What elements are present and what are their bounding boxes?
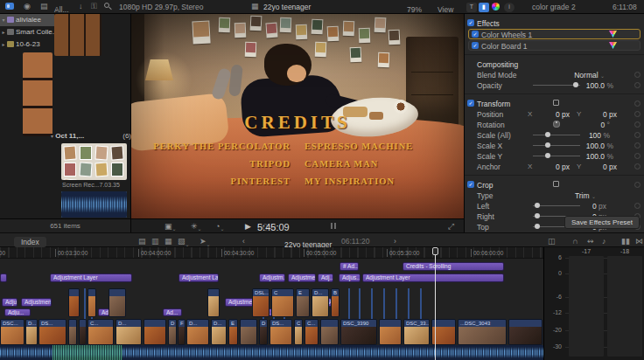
primary-storyline-clip[interactable]: C xyxy=(294,319,303,345)
timeline-clip-titled[interactable]: Adjustment Layer xyxy=(50,273,132,282)
audio-waveform-track[interactable] xyxy=(0,345,543,360)
transform-menu-button[interactable]: ▣ ⌄ xyxy=(164,222,172,231)
titles-generators-icon[interactable]: ▤ xyxy=(40,2,48,10)
sidebar-item-event[interactable]: ▸10-6-23 xyxy=(0,38,54,51)
primary-storyline-clip[interactable]: ...DSC_3043 xyxy=(458,319,507,345)
scale-y-slider[interactable] xyxy=(533,156,580,156)
connected-photo-clip[interactable]: E xyxy=(296,288,310,317)
append-edit-icon[interactable]: ▦ xyxy=(164,237,172,246)
color-wheels-checkbox[interactable]: ✓ xyxy=(472,31,479,38)
reset-icon[interactable] xyxy=(634,142,640,149)
crop-checkbox[interactable]: ✓ xyxy=(467,181,474,188)
connected-photo-clip[interactable] xyxy=(108,288,126,317)
snapping-icon[interactable]: ⋈ xyxy=(635,237,643,246)
reset-icon[interactable] xyxy=(634,82,640,88)
reset-icon[interactable] xyxy=(634,121,640,128)
primary-storyline-clip[interactable]: D... xyxy=(186,319,209,345)
connected-photo-clip[interactable] xyxy=(68,288,80,317)
browser-audio-thumbnail[interactable] xyxy=(61,191,127,218)
crop-left-slider[interactable] xyxy=(533,205,580,206)
transform-onscreen-icon[interactable] xyxy=(553,100,559,106)
reset-icon[interactable] xyxy=(634,111,640,117)
timeline-clip-titled[interactable]: Adjustm... xyxy=(259,273,285,282)
reset-icon[interactable] xyxy=(634,72,640,78)
primary-storyline-clip[interactable]: DS... xyxy=(38,319,66,345)
info-inspector-tab[interactable]: i xyxy=(504,3,514,12)
color-inspector-tab[interactable] xyxy=(492,3,500,10)
effects-checkbox[interactable]: ✓ xyxy=(467,19,474,26)
connected-photo-clip[interactable]: D... xyxy=(312,288,329,317)
browser-clip-thumbnail[interactable] xyxy=(54,14,102,56)
primary-storyline-clip[interactable]: D xyxy=(168,319,177,345)
blend-mode-dropdown[interactable]: Normal ⌄ xyxy=(552,71,605,80)
browser-collage-thumbnail[interactable] xyxy=(61,143,127,180)
play-button[interactable]: ▶ xyxy=(245,222,251,231)
photos-audio-icon[interactable]: ◉ xyxy=(24,2,31,10)
text-inspector-tab[interactable]: T xyxy=(466,3,477,12)
solo-icon[interactable]: ∩ xyxy=(572,237,578,246)
video-inspector-tab[interactable]: ▮ xyxy=(479,3,489,12)
primary-storyline-clip[interactable]: C... xyxy=(88,319,114,345)
effects-wand-button[interactable]: ✳ ⌄ xyxy=(191,222,198,231)
primary-storyline-clip[interactable]: C... xyxy=(304,319,318,345)
reset-icon[interactable] xyxy=(634,163,640,170)
insert-edit-icon[interactable]: ▥ xyxy=(151,237,159,246)
anchor-y-field[interactable]: 0 px xyxy=(585,163,617,171)
reset-icon[interactable] xyxy=(634,132,640,138)
save-effects-preset-button[interactable]: Save Effects Preset xyxy=(564,216,640,229)
audio-meters-toggle-icon[interactable]: ▮▮ xyxy=(621,237,630,246)
browser-clip-filmstrip[interactable] xyxy=(23,52,52,136)
primary-storyline-clip[interactable] xyxy=(79,319,87,345)
primary-storyline-clip[interactable]: D xyxy=(259,319,268,345)
connected-photo-clip[interactable]: B xyxy=(331,288,340,317)
primary-storyline-clip[interactable] xyxy=(320,319,339,345)
timeline[interactable]: :0000:03:30:0000:04:00:0000:04:30:0000:0… xyxy=(0,247,543,360)
timeline-back-arrow[interactable]: ‹ xyxy=(242,237,245,246)
timeline-forward-arrow[interactable]: › xyxy=(394,237,396,246)
sidebar-item-smart-collection[interactable]: ▸Smart Colle... xyxy=(0,26,54,38)
connected-photo-clip[interactable]: DSL... xyxy=(252,288,270,317)
timeline-clip-titled[interactable]: Ad... xyxy=(163,308,182,316)
reset-icon[interactable] xyxy=(634,203,640,209)
reset-icon[interactable] xyxy=(634,100,640,107)
trim-tool-icon[interactable]: ◫ xyxy=(548,237,556,246)
import-media-icon[interactable]: ↓ xyxy=(79,2,83,10)
scale-all-slider[interactable] xyxy=(533,135,580,135)
primary-storyline-clip[interactable]: E xyxy=(228,319,238,345)
overwrite-edit-icon[interactable]: ▧ ⌄ xyxy=(178,237,186,246)
primary-storyline-clip[interactable]: DSC_33... xyxy=(403,319,430,345)
primary-storyline-clip[interactable] xyxy=(144,319,166,345)
position-x-field[interactable]: 0 px xyxy=(538,110,570,119)
timeline-ruler[interactable]: :0000:03:30:0000:04:00:0000:04:30:0000:0… xyxy=(0,247,543,259)
primary-storyline-clip[interactable] xyxy=(379,319,402,345)
primary-storyline-clip[interactable]: F xyxy=(178,319,186,345)
effect-color-wheels[interactable]: ✓ Color Wheels 1 xyxy=(468,29,640,39)
primary-storyline-clip[interactable] xyxy=(240,319,257,345)
timeline-clip-titled[interactable]: # Ad... xyxy=(340,262,359,271)
connected-photo-clip[interactable] xyxy=(207,288,220,317)
timeline-clip-titled[interactable]: Adjustmen... xyxy=(288,273,316,282)
primary-storyline-clip[interactable] xyxy=(68,319,77,345)
scale-x-slider[interactable] xyxy=(533,145,580,146)
timeline-clip-titled[interactable]: Adju... xyxy=(2,298,18,307)
connected-photo-clip[interactable]: C xyxy=(271,288,294,317)
search-icon[interactable] xyxy=(104,3,109,8)
primary-storyline-clip[interactable]: D... xyxy=(116,319,142,345)
anchor-x-field[interactable]: 0 px xyxy=(538,163,570,171)
timeline-clip-titled[interactable]: Adjustment La... xyxy=(178,273,219,282)
fullscreen-icon[interactable]: ⤢ xyxy=(448,222,454,231)
timeline-clip-blank[interactable] xyxy=(0,273,7,282)
primary-storyline-clip[interactable]: DSC... xyxy=(0,319,24,345)
reset-icon[interactable] xyxy=(634,153,640,159)
browser-group-header[interactable]: ▾ Oct 11,... (6) xyxy=(51,131,131,142)
timeline-clip-titled[interactable]: Adjustment... xyxy=(21,298,52,307)
keyword-icon[interactable]: ⚿ xyxy=(91,2,97,10)
transform-checkbox[interactable]: ✓ xyxy=(467,100,474,107)
primary-storyline-clip[interactable]: D... xyxy=(25,319,38,345)
crop-type-dropdown[interactable]: Trim ⌄ xyxy=(552,191,596,200)
primary-storyline-clip[interactable] xyxy=(508,319,542,345)
sidebar-toggle-icon[interactable] xyxy=(5,3,14,10)
timeline-clip-titled[interactable]: Adju... xyxy=(4,308,31,316)
tool-select-dropdown[interactable]: ➤ ⌄ xyxy=(200,237,206,246)
timeline-clip-titled[interactable]: Adj... xyxy=(318,273,333,282)
